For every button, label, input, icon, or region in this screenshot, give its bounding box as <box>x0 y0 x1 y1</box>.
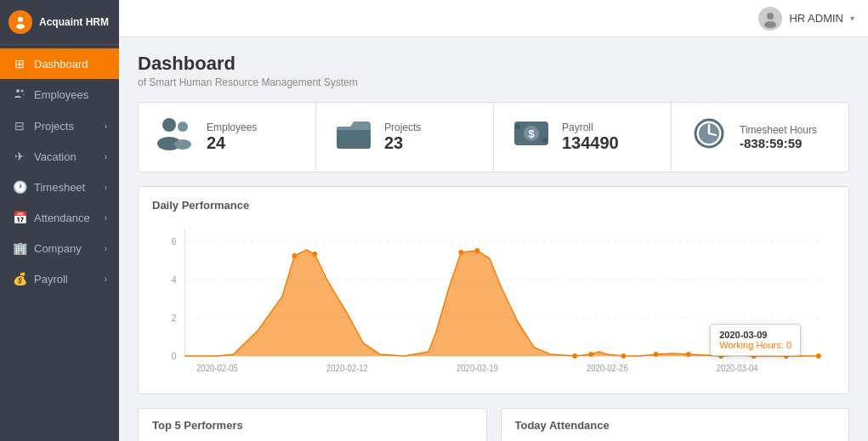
tooltip-date: 2020-03-09 <box>719 330 791 340</box>
payroll-stat-icon: $ <box>511 116 552 158</box>
sidebar-item-dashboard[interactable]: ⊞ Dashboard <box>0 48 119 79</box>
payroll-stat-label: Payroll <box>562 122 619 133</box>
tooltip-value: Working Hours: 0 <box>719 340 791 350</box>
stat-card-payroll[interactable]: $ Payroll 134490 <box>494 103 672 172</box>
svg-point-8 <box>178 122 188 132</box>
vacation-icon: ✈ <box>12 150 27 163</box>
svg-point-38 <box>621 353 627 359</box>
stats-row: Employees 24 Projects 23 <box>138 102 849 172</box>
chart-container: 0 2 4 6 8 <box>152 220 835 382</box>
svg-point-5 <box>767 13 774 20</box>
sidebar: Acquaint HRM ⊞ Dashboard Employees ⊟ Pro… <box>0 0 119 441</box>
page-subtitle: of Smart Human Resource Management Syste… <box>138 76 849 88</box>
projects-stat-info: Projects 23 <box>384 122 421 153</box>
app-name: Acquaint HRM <box>39 16 109 28</box>
svg-point-10 <box>174 139 191 150</box>
employees-icon <box>12 88 27 102</box>
sidebar-item-payroll[interactable]: 💰 Payroll › <box>0 263 119 294</box>
today-attendance-title: Today Attendance <box>515 419 836 432</box>
svg-point-44 <box>816 353 821 359</box>
employees-stat-value: 24 <box>207 133 257 153</box>
sidebar-item-attendance[interactable]: 📅 Attendance › <box>0 202 119 233</box>
sidebar-item-label: Dashboard <box>34 58 88 71</box>
payroll-icon: 💰 <box>12 272 27 286</box>
employees-stat-label: Employees <box>207 122 257 133</box>
svg-point-40 <box>686 352 691 357</box>
sidebar-item-label: Attendance <box>34 212 90 224</box>
stat-card-projects[interactable]: Projects 23 <box>316 103 494 172</box>
topbar-user-menu[interactable]: HR ADMIN ▾ <box>758 7 854 31</box>
sidebar-item-timesheet[interactable]: 🕐 Timesheet › <box>0 172 119 202</box>
projects-stat-value: 23 <box>384 133 421 153</box>
svg-point-34 <box>458 250 463 255</box>
username-label: HR ADMIN <box>789 12 843 25</box>
timesheet-icon: 🕐 <box>12 180 27 194</box>
svg-point-7 <box>162 118 176 132</box>
sidebar-item-projects[interactable]: ⊟ Projects › <box>0 110 119 141</box>
projects-icon: ⊟ <box>12 119 27 133</box>
attendance-icon: 📅 <box>12 211 27 224</box>
svg-point-33 <box>312 252 317 257</box>
chevron-right-icon: › <box>105 213 107 223</box>
stat-card-timesheet[interactable]: Timesheet Hours -838:59:59 <box>672 103 848 172</box>
avatar <box>758 7 782 31</box>
employees-stat-info: Employees 24 <box>207 122 257 153</box>
content-area: Dashboard of Smart Human Resource Manage… <box>119 37 868 441</box>
sidebar-item-label: Company <box>34 242 82 255</box>
svg-text:4: 4 <box>172 274 177 285</box>
sidebar-logo: Acquaint HRM <box>0 0 119 45</box>
dashboard-icon: ⊞ <box>12 57 27 71</box>
svg-text:2020-02-26: 2020-02-26 <box>587 364 628 373</box>
user-chevron-icon: ▾ <box>850 14 854 23</box>
timesheet-stat-info: Timesheet Hours -838:59:59 <box>740 124 817 150</box>
svg-point-15 <box>515 124 520 129</box>
timesheet-stat-value: -838:59:59 <box>740 136 817 150</box>
sidebar-item-company[interactable]: 🏢 Company › <box>0 233 119 263</box>
svg-point-36 <box>572 353 577 359</box>
stat-card-employees[interactable]: Employees 24 <box>139 103 316 172</box>
sidebar-item-label: Projects <box>34 120 74 133</box>
company-icon: 🏢 <box>12 241 27 255</box>
chart-tooltip: 2020-03-09 Working Hours: 0 <box>710 324 801 356</box>
top-performers-title: Top 5 Performers <box>152 419 473 432</box>
sidebar-item-label: Payroll <box>34 273 68 286</box>
payroll-stat-value: 134490 <box>562 133 619 153</box>
sidebar-item-label: Vacation <box>34 150 77 163</box>
svg-point-3 <box>16 89 20 93</box>
projects-stat-icon <box>333 116 374 158</box>
employees-stat-icon <box>156 115 196 160</box>
chevron-right-icon: › <box>105 244 107 253</box>
svg-point-39 <box>654 352 659 357</box>
sidebar-item-employees[interactable]: Employees <box>0 79 119 110</box>
app-logo-icon <box>9 10 32 34</box>
sidebar-nav: ⊞ Dashboard Employees ⊟ Projects › ✈ Vac… <box>0 45 119 441</box>
svg-point-16 <box>542 138 547 143</box>
timesheet-stat-label: Timesheet Hours <box>740 124 817 136</box>
svg-point-2 <box>16 24 25 29</box>
performance-chart: 0 2 4 6 8 <box>152 220 835 382</box>
svg-point-4 <box>21 90 24 93</box>
svg-text:2020-03-04: 2020-03-04 <box>717 364 758 373</box>
main-area: HR ADMIN ▾ Dashboard of Smart Human Reso… <box>119 0 868 441</box>
svg-text:2020-02-19: 2020-02-19 <box>457 364 498 373</box>
sidebar-item-label: Employees <box>34 88 88 101</box>
svg-text:6: 6 <box>172 236 177 246</box>
chart-panel: Daily Performance 0 2 4 6 8 <box>138 186 849 394</box>
topbar: HR ADMIN ▾ <box>119 0 868 37</box>
chevron-right-icon: › <box>105 122 107 131</box>
svg-text:$: $ <box>528 127 535 140</box>
sidebar-item-label: Timesheet <box>34 181 85 194</box>
chevron-right-icon: › <box>105 183 107 192</box>
payroll-stat-info: Payroll 134490 <box>562 122 619 153</box>
timesheet-stat-icon <box>689 116 729 158</box>
svg-point-35 <box>475 248 480 253</box>
svg-point-32 <box>292 253 297 258</box>
sidebar-item-vacation[interactable]: ✈ Vacation › <box>0 141 119 172</box>
projects-stat-label: Projects <box>384 122 421 133</box>
bottom-row: Top 5 Performers Today Attendance <box>138 408 849 441</box>
svg-point-37 <box>588 352 593 357</box>
chart-title: Daily Performance <box>152 199 835 212</box>
svg-point-1 <box>18 17 23 22</box>
page-title: Dashboard <box>138 53 849 75</box>
svg-text:2020-02-05: 2020-02-05 <box>196 364 238 373</box>
